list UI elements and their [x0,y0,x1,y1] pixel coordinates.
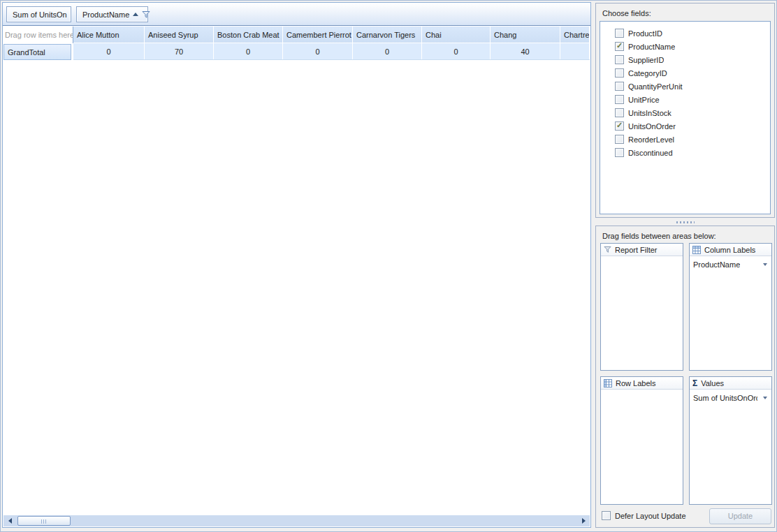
value-cell[interactable]: 0 [73,43,145,59]
column-header[interactable]: Camembert Pierrot [283,27,353,43]
value-cell[interactable]: 0 [283,43,353,59]
checkbox[interactable] [615,148,624,157]
value-cell[interactable]: 40 [491,43,560,59]
row-labels-header: Row Labels [601,377,683,390]
values-header: Σ Values [690,377,771,390]
column-header[interactable]: Alice Mutton [73,27,145,43]
area-item-label: ProductName [693,260,740,269]
field-item-label: CategoryID [628,69,667,77]
area-item-label: Sum of UnitsOnOrder [693,394,757,402]
drag-areas-hint: Drag fields between areas below: [602,232,716,240]
value-cell[interactable]: 70 [145,43,214,59]
field-item-discontinued[interactable]: Discontinued [600,146,770,159]
values-title: Values [701,379,724,387]
value-cell[interactable]: 0 [353,43,422,59]
column-field-button-label: ProductName [82,10,129,19]
field-item-label: ProductID [628,29,662,38]
horizontal-scrollbar[interactable] [3,515,590,526]
sort-ascending-icon [133,13,138,16]
column-labels-header: Column Labels [690,244,771,256]
pivot-header-band: Sum of UnitsOn ProductName [3,3,590,26]
field-item-supplierid[interactable]: SupplierID [600,53,770,66]
filter-icon [604,246,611,253]
field-item-productid[interactable]: ProductID [600,27,770,40]
row-labels-title: Row Labels [616,379,655,387]
pivot-table: Sum of UnitsOn ProductName Drag row item… [2,2,591,528]
field-item-label: Discontinued [628,149,673,157]
report-filter-header: Report Filter [601,244,683,256]
checkbox[interactable] [615,29,624,38]
chevron-down-icon[interactable] [763,397,767,399]
row-area-hint: Drag row items here [3,27,73,43]
column-header[interactable]: Chai [422,27,491,43]
column-labels-item-productname[interactable]: ProductName [690,258,771,270]
field-item-label: QuantityPerUnit [628,82,683,91]
field-item-quantityperunit[interactable]: QuantityPerUnit [600,80,770,93]
chevron-down-icon[interactable] [763,263,767,266]
update-button-label: Update [728,512,753,520]
checkbox[interactable] [615,82,624,91]
pivot-field-list-window: Sum of UnitsOn ProductName Drag row item… [0,0,777,532]
column-header-row: Drag row items here Alice Mutton Aniseed… [3,27,590,43]
filter-icon[interactable] [142,10,150,19]
value-cell[interactable] [560,43,590,59]
choose-fields-title: Choose fields: [602,9,651,17]
defer-label: Defer Layout Update [615,512,686,520]
field-item-label: SupplierID [628,56,664,64]
scroll-right-icon[interactable] [582,518,586,524]
checkbox[interactable] [615,108,624,117]
column-header[interactable]: Carnarvon Tigers [353,27,422,43]
values-area[interactable]: Σ Values Sum of UnitsOnOrder [689,376,772,505]
field-item-label: UnitPrice [628,96,660,104]
values-item-sum-of-unitsonorder[interactable]: Sum of UnitsOnOrder [690,392,771,404]
column-labels-title: Column Labels [704,246,755,254]
field-item-label: UnitsInStock [628,109,671,117]
scrollbar-grip-icon [41,519,47,524]
update-button[interactable]: Update [709,508,771,524]
grand-total-row: 0 70 0 0 0 0 40 [73,43,590,60]
column-field-button[interactable]: ProductName [76,6,148,22]
defer-layout-update[interactable]: Defer Layout Update [602,511,686,520]
column-header[interactable]: Chang [491,27,560,43]
field-item-reorderlevel[interactable]: ReorderLevel [600,133,770,146]
field-item-unitprice[interactable]: UnitPrice [600,93,770,106]
row-labels-area[interactable]: Row Labels [600,376,683,505]
fields-list: ProductID ProductName SupplierID Categor… [600,21,771,214]
checkbox[interactable] [615,55,624,64]
table-grid-icon [604,379,612,387]
report-filter-area[interactable]: Report Filter [600,243,683,371]
column-header[interactable]: Chartreuse [560,27,590,43]
value-cell[interactable]: 0 [214,43,283,59]
scroll-left-icon[interactable] [8,518,12,524]
scrollbar-thumb[interactable] [17,516,71,526]
grand-total-row-header: GrandTotal [3,44,71,60]
checkbox[interactable] [615,121,624,131]
column-header[interactable]: Boston Crab Meat [214,27,283,43]
field-item-label: ProductName [628,43,675,51]
field-item-unitsinstock[interactable]: UnitsInStock [600,106,770,119]
data-field-button-label: Sum of UnitsOn [13,10,67,19]
data-field-button[interactable]: Sum of UnitsOn [6,6,71,22]
field-item-categoryid[interactable]: CategoryID [600,66,770,80]
field-item-label: ReorderLevel [628,135,674,144]
field-item-unitsonorder[interactable]: UnitsOnOrder [600,119,770,133]
splitter-grip-icon [676,221,695,223]
value-cell[interactable]: 0 [422,43,491,59]
field-item-productname[interactable]: ProductName [600,40,770,53]
checkbox[interactable] [615,95,624,104]
checkbox[interactable] [615,42,624,51]
table-grid-icon [692,246,701,254]
report-filter-title: Report Filter [615,246,658,254]
choose-fields-group: Choose fields: ProductID ProductName Sup… [595,3,775,218]
grand-total-label: GrandTotal [8,48,45,57]
column-header[interactable]: Aniseed Syrup [145,27,214,43]
drag-areas-group: Drag fields between areas below: Report … [595,226,775,528]
defer-checkbox[interactable] [602,511,611,520]
checkbox[interactable] [615,68,624,77]
field-item-label: UnitsOnOrder [628,122,676,131]
column-labels-area[interactable]: Column Labels ProductName [689,243,772,371]
sigma-icon: Σ [692,379,697,387]
panel-splitter[interactable] [595,219,775,225]
checkbox[interactable] [615,135,624,144]
